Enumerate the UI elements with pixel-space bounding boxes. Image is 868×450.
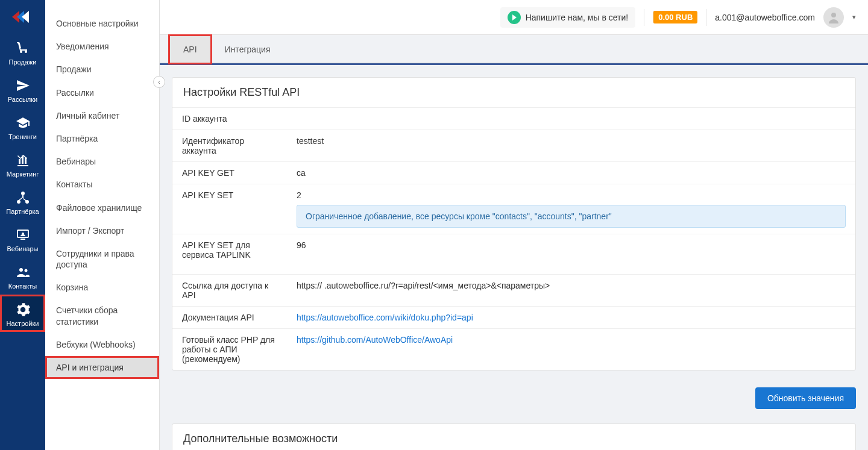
topbar: Напишите нам, мы в сети! 0.00 RUB a.001@… [160,0,868,35]
tab-integration[interactable]: Интеграция [211,36,285,63]
nav-label: Контакты [8,283,37,290]
stats-icon [15,152,31,168]
main-area: Напишите нам, мы в сети! 0.00 RUB a.001@… [160,0,868,450]
label: API KEY SET для сервиса TAPLINK [172,234,287,266]
label: Готовый класс PHP для работы с АПИ (реко… [172,329,287,370]
svg-point-0 [21,192,25,195]
label: Идентификатор аккаунта [172,130,287,162]
value [287,108,855,130]
label: API KEY SET [172,184,287,234]
logo [0,0,45,33]
nav-label: Настройки [7,320,39,327]
text-sidebar: ‹ Основные настройки Уведомления Продажи… [45,0,160,450]
nav-label: Вебинары [7,245,39,252]
value: testtest [287,130,855,162]
nav-sales[interactable]: Продажи [0,33,45,70]
panel-restful: Настройки RESTful API ID аккаунта Иденти… [172,77,856,370]
icon-sidebar: Продажи Рассылки Тренинги Маркетинг Парт… [0,0,45,450]
collapse-handle[interactable]: ‹ [153,76,165,88]
nav-marketing[interactable]: Маркетинг [0,145,45,183]
row-key-get: API KEY GET ca [172,162,855,184]
sidebar-item-api[interactable]: API и интеграция [45,356,159,379]
panel-title: Дополнительные возможности [172,424,855,450]
graduation-icon [15,115,31,131]
value: 2 [297,190,301,200]
separator [644,9,644,26]
value: ca [287,162,855,184]
sidebar-item-sales[interactable]: Продажи [45,58,159,81]
nav-partner[interactable]: Партнёрка [0,183,45,220]
sidebar-item-webinars[interactable]: Вебинары [45,150,159,173]
svg-point-1 [17,200,20,204]
nav-mailings[interactable]: Рассылки [0,70,45,108]
sidebar-item-cabinet[interactable]: Личный кабинет [45,104,159,127]
chat-text: Напишите нам, мы в сети! [526,13,629,22]
value-cell: 2 Ограниченное добавление, все ресурсы к… [287,184,855,234]
doc-link[interactable]: https://autoweboffice.com/wiki/doku.php?… [297,313,473,322]
nav-trainings[interactable]: Тренинги [0,108,45,145]
api-settings-table: ID аккаунта Идентификатор аккаунта testt… [172,108,855,266]
row-api-link: Ссылка для доступа к API https:// .autow… [172,275,855,307]
nav-label: Партнёрка [6,208,39,215]
update-button[interactable]: Обновить значения [755,387,856,409]
sidebar-item-import[interactable]: Импорт / Экспорт [45,219,159,242]
sidebar-item-contacts[interactable]: Контакты [45,173,159,196]
action-row: Обновить значения [172,384,856,420]
people-icon [15,264,31,280]
sidebar-item-staff[interactable]: Сотрудники и права доступа [45,242,159,276]
nav-label: Тренинги [8,133,37,140]
tabbar: API Интеграция [160,35,868,63]
sidebar-item-webhooks[interactable]: Вебхуки (Webhooks) [45,333,159,356]
tab-api[interactable]: API [169,36,211,63]
sidebar-item-mailings[interactable]: Рассылки [45,81,159,104]
chat-widget[interactable]: Напишите нам, мы в сети! [500,7,636,28]
sidebar-item-general[interactable]: Основные настройки [45,12,159,35]
row-key-taplink: API KEY SET для сервиса TAPLINK 96 [172,234,855,266]
php-link[interactable]: https://github.com/AutoWebOffice/AwoApi [297,335,453,345]
row-php: Готовый класс PHP для работы с АПИ (реко… [172,329,855,370]
nav-label: Маркетинг [7,170,39,178]
sidebar-item-trash[interactable]: Корзина [45,276,159,299]
panel-extra: Дополнительные возможности [172,423,856,450]
balance-badge[interactable]: 0.00 RUB [653,11,697,23]
sidebar-item-storage[interactable]: Файловое хранилище [45,196,159,219]
label: ID аккаунта [172,108,287,130]
row-identifier: Идентификатор аккаунта testtest [172,130,855,162]
value: https:// .autoweboffice.ru/?r=api/rest/<… [287,275,855,307]
svg-point-6 [24,269,27,272]
panel-title: Настройки RESTful API [172,78,855,108]
separator [706,9,706,26]
user-email: a.001@autoweboffice.com [715,13,815,22]
content: Настройки RESTful API ID аккаунта Иденти… [160,65,868,450]
sidebar-item-counters[interactable]: Счетчики сбора статистики [45,299,159,333]
gear-icon [15,302,31,317]
label: API KEY GET [172,162,287,184]
nav-label: Продажи [9,58,37,66]
nav-label: Рассылки [8,96,37,103]
webinar-icon [15,227,31,243]
nav-settings[interactable]: Настройки [0,295,45,332]
label: Документация API [172,307,287,329]
user-icon [826,10,841,25]
row-doc: Документация API https://autoweboffice.c… [172,307,855,329]
row-key-set: API KEY SET 2 Ограниченное добавление, в… [172,184,855,234]
send-icon [15,78,31,93]
label: Ссылка для доступа к API [172,275,287,307]
svg-point-7 [831,13,836,17]
nav-contacts[interactable]: Контакты [0,257,45,295]
tree-icon [15,190,31,205]
svg-point-5 [19,268,23,272]
api-links-table: Ссылка для доступа к API https:// .autow… [172,274,855,370]
row-account-id: ID аккаунта [172,108,855,130]
chat-play-icon [508,11,521,24]
sidebar-item-partner[interactable]: Партнёрка [45,127,159,150]
avatar[interactable] [823,7,844,28]
user-menu-caret-icon[interactable]: ▾ [852,13,856,21]
cart-icon [15,40,31,56]
info-box: Ограниченное добавление, все ресурсы кро… [297,205,846,228]
value: 96 [287,234,855,266]
nav-webinars[interactable]: Вебинары [0,220,45,257]
sidebar-item-notifications[interactable]: Уведомления [45,35,159,58]
